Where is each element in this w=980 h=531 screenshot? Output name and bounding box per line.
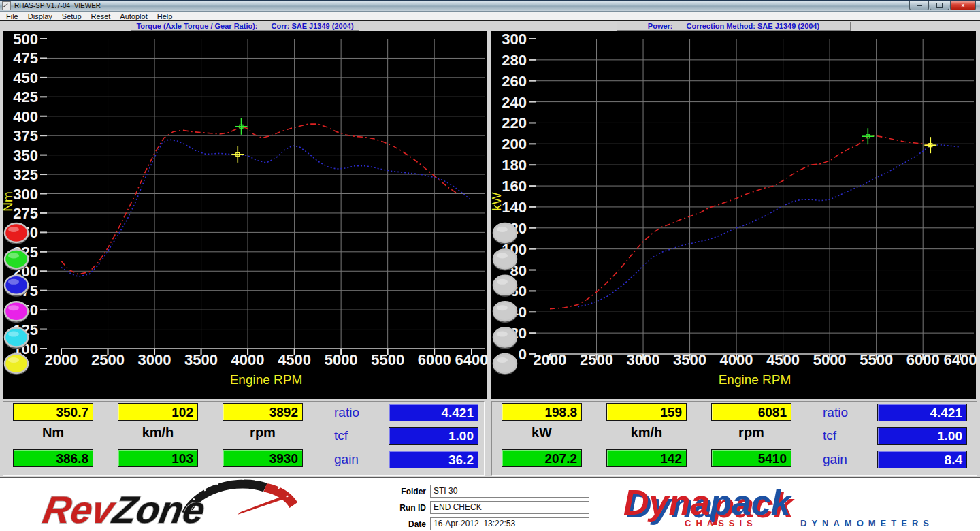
svg-text:425: 425 [13, 88, 38, 106]
power-data-panel: 198.8kW207.2159km/h1426081rpm5410ratio4.… [491, 401, 977, 476]
power-channel-button-5[interactable] [493, 354, 517, 375]
power-green-cursor[interactable] [862, 128, 874, 144]
svg-text:180: 180 [502, 157, 527, 174]
torque-data-panel: 350.7Nm386.8102km/h1033892rpm3930ratio4.… [3, 401, 485, 476]
minimize-button[interactable] [909, 1, 929, 10]
torque-chart: 5004754504254003753503253002752502252001… [3, 31, 487, 399]
dynapack-caption-chassis: CHASSIS [685, 518, 757, 528]
ratio-value: 4.421 [389, 404, 478, 421]
power-channel-button-2[interactable] [493, 276, 517, 297]
svg-text:350: 350 [13, 147, 38, 164]
power-channel-button-0[interactable] [493, 223, 517, 244]
svg-text:6400: 6400 [455, 351, 489, 368]
ratio-label: ratio [823, 405, 848, 420]
dynapack-text-dyna: Dyna [623, 483, 710, 522]
tcf-label: tcf [334, 428, 348, 443]
dynapack-logo: Dynapack Dynapack CHASSIS DYNAMOMETERS [611, 481, 965, 530]
menu-bar: FileDisplaySetupResetAutoplotHelp [0, 12, 980, 21]
unit-label-km-h: km/h [118, 425, 198, 440]
folder-row: Folder STI 30 [382, 485, 589, 498]
torque-x-axis-title: Engine RPM [230, 372, 303, 387]
svg-text:475: 475 [13, 50, 38, 67]
menu-autoplot[interactable]: Autoplot [115, 12, 152, 20]
svg-text:4500: 4500 [278, 351, 311, 368]
power-y-axis-title: kW [489, 192, 504, 211]
torque-yellow-cursor[interactable] [231, 146, 244, 163]
menu-display[interactable]: Display [23, 12, 57, 20]
menu-setup[interactable]: Setup [57, 12, 86, 20]
svg-text:300: 300 [502, 31, 527, 48]
svg-text:4000: 4000 [231, 351, 265, 368]
svg-text:220: 220 [502, 114, 527, 131]
app-window: RHAS-SP V1.7-04 VIEWER x FileDisplaySetu… [0, 0, 980, 531]
torque-channel-button-5[interactable] [4, 354, 29, 375]
unit-label-rpm: rpm [711, 425, 791, 440]
torque-header-label: Torque (Axle Torque / Gear Ratio): [136, 22, 257, 30]
svg-text:2500: 2500 [91, 351, 125, 368]
power-channel-button-3[interactable] [493, 302, 517, 323]
svg-text:400: 400 [13, 108, 38, 125]
svg-text:240: 240 [502, 94, 527, 111]
power-plot-canvas: 3002802602402202001801601401201008060402… [491, 31, 976, 399]
svg-text:500: 500 [13, 31, 38, 48]
menu-reset[interactable]: Reset [86, 12, 116, 20]
title-bar: RHAS-SP V1.7-04 VIEWER x [0, 1, 980, 12]
run-id-input[interactable]: END CHECK [430, 501, 589, 514]
torque-channel-button-1[interactable] [4, 249, 29, 270]
ratio-label: ratio [334, 405, 359, 420]
power-channel-button-4[interactable] [493, 328, 517, 349]
dynapack-caption-dynamometers: DYNAMOMETERS [800, 518, 934, 528]
folder-label: Folder [382, 487, 426, 496]
torque-chart-header: Torque (Axle Torque / Gear Ratio): Corr:… [131, 22, 359, 31]
svg-text:5000: 5000 [325, 351, 358, 368]
svg-text:Dynapack: Dynapack [623, 483, 793, 522]
svg-text:3000: 3000 [627, 351, 660, 368]
svg-text:0: 0 [519, 346, 527, 363]
close-icon: x [962, 2, 964, 8]
y-axis-ticks: 3002802602402202001801601401201008060402… [502, 31, 974, 363]
date-label: Date [382, 519, 426, 529]
svg-text:6400: 6400 [944, 351, 977, 368]
revzone-gauge-needle [238, 496, 284, 515]
torque-channel-button-4[interactable] [4, 328, 29, 349]
cursor1-value-Nm: 350.7 [13, 403, 93, 421]
footer-bar: RevZone Folder STI 30 Run ID END CHECK D… [0, 477, 980, 531]
svg-text:3500: 3500 [184, 351, 218, 368]
torque-channel-button-0[interactable] [4, 223, 29, 244]
tcf-label: tcf [823, 428, 836, 443]
folder-input[interactable]: STI 30 [430, 485, 589, 498]
power-channel-button-1[interactable] [493, 249, 517, 270]
torque-channel-button-3[interactable] [4, 302, 29, 323]
svg-text:280: 280 [502, 52, 527, 69]
cursor1-value-km-h: 159 [606, 403, 687, 421]
svg-text:325: 325 [13, 166, 38, 183]
svg-text:300: 300 [13, 186, 38, 203]
window-controls: x [909, 1, 976, 10]
restore-icon [936, 3, 943, 8]
svg-text:4000: 4000 [720, 351, 753, 368]
date-input[interactable]: 16-Apr-2012 13:22:53 [430, 517, 589, 530]
torque-y-axis-title: Nm [1, 191, 15, 212]
unit-label-rpm: rpm [223, 425, 303, 440]
svg-text:5000: 5000 [813, 351, 847, 368]
restore-button[interactable] [930, 1, 949, 10]
cursor2-value-km-h: 142 [606, 449, 687, 467]
close-button[interactable]: x [950, 1, 976, 10]
svg-text:160: 160 [502, 178, 527, 195]
cursor2-value-kW: 207.2 [502, 449, 582, 467]
x-axis-ticks: 2000250030003500400045005000550060006400 [45, 349, 489, 368]
svg-text:375: 375 [13, 127, 38, 144]
tcf-value: 1.00 [877, 427, 967, 445]
vertical-gridlines [597, 39, 924, 354]
menu-help[interactable]: Help [152, 12, 178, 20]
run-id-label: Run ID [382, 503, 426, 513]
power-yellow-cursor[interactable] [924, 137, 936, 153]
torque-channel-button-2[interactable] [4, 276, 29, 297]
svg-text:RevZone: RevZone [40, 488, 208, 531]
torque-green-cursor[interactable] [235, 118, 247, 135]
revzone-logo: RevZone [8, 479, 379, 531]
cursor1-value-rpm: 3892 [223, 403, 303, 421]
menu-file[interactable]: File [1, 12, 23, 20]
minimize-icon [917, 5, 922, 6]
svg-text:2000: 2000 [534, 351, 567, 368]
